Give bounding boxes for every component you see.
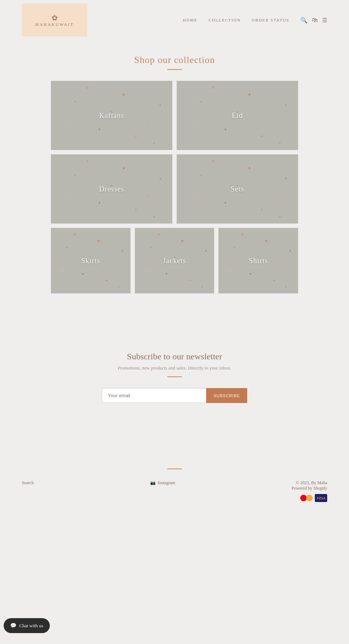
footer-right: © 2023, By Maha Powered by Shopify VISA xyxy=(292,480,327,502)
skirts-label: Skirts xyxy=(81,257,100,265)
site-header: ✿ MAHAKUWAIT HOME COLLECTION ORDER STATU… xyxy=(0,0,349,40)
collection-item-dresses[interactable]: Dresses xyxy=(51,154,172,224)
nav-collection[interactable]: COLLECTION xyxy=(208,18,241,22)
collection-item-skirts[interactable]: Skirts xyxy=(51,228,131,293)
dresses-label: Dresses xyxy=(99,185,124,193)
logo-flower-icon: ✿ xyxy=(35,13,74,22)
footer-divider xyxy=(167,469,182,469)
chat-label: Chat with us xyxy=(19,623,43,629)
main-nav: HOME COLLECTION ORDER STATUS 🔍 🛍 ☰ xyxy=(183,17,327,24)
collection-item-sets[interactable]: Sets xyxy=(177,154,298,224)
site-footer: Search 📷 Instagram © 2023, By Maha Power… xyxy=(0,461,349,513)
newsletter-section: Subscribe to our newsletter Promotions, … xyxy=(0,330,349,418)
mastercard-icon xyxy=(300,494,313,502)
newsletter-title: Subscribe to our newsletter xyxy=(7,352,342,361)
subscribe-button[interactable]: SUBSCRIBE xyxy=(206,388,247,403)
title-divider xyxy=(167,69,182,70)
grid-row-1: Kaftans Eid xyxy=(51,81,298,150)
menu-icon[interactable]: ☰ xyxy=(322,17,327,24)
search-icon[interactable]: 🔍 xyxy=(300,17,308,24)
collection-item-kaftans[interactable]: Kaftans xyxy=(51,81,172,150)
collection-item-jackets[interactable]: Jackets xyxy=(135,228,214,293)
newsletter-subtitle: Promotions, new products and sales. Dire… xyxy=(7,365,342,371)
jackets-label: Jackets xyxy=(163,257,186,265)
bag-icon[interactable]: 🛍 xyxy=(312,17,318,23)
newsletter-form: SUBSCRIBE xyxy=(102,388,247,403)
chat-icon: 💬 xyxy=(10,623,16,629)
collection-title: Shop our collection xyxy=(22,55,327,66)
sets-label: Sets xyxy=(230,185,244,193)
main-content: Shop our collection Kaftans Eid Dresses … xyxy=(0,40,349,330)
footer-social[interactable]: 📷 Instagram xyxy=(150,480,175,486)
email-input[interactable] xyxy=(102,388,206,403)
grid-row-2: Dresses Sets xyxy=(51,154,298,224)
footer-powered: Powered by Shopify xyxy=(292,486,327,491)
collection-item-shirts[interactable]: Shirts xyxy=(218,228,298,293)
kaftans-label: Kaftans xyxy=(99,111,124,120)
footer-search-link[interactable]: Search xyxy=(22,480,34,486)
newsletter-divider xyxy=(167,376,182,377)
footer-spacer xyxy=(0,418,349,461)
shirts-label: Shirts xyxy=(249,257,268,265)
eid-label: Eid xyxy=(232,111,243,120)
collection-grid: Kaftans Eid Dresses Sets Skirts xyxy=(51,81,298,293)
collection-heading: Shop our collection xyxy=(22,55,327,70)
logo[interactable]: ✿ MAHAKUWAIT xyxy=(22,4,87,36)
nav-order-status[interactable]: ORDER STATUS xyxy=(252,18,290,22)
footer-bottom: Search 📷 Instagram © 2023, By Maha Power… xyxy=(22,477,327,502)
footer-instagram-link[interactable]: Instagram xyxy=(158,480,175,486)
visa-icon: VISA xyxy=(315,494,327,502)
grid-row-3: Skirts Jackets Shirts xyxy=(51,228,298,293)
instagram-icon: 📷 xyxy=(150,480,156,486)
footer-copyright: © 2023, By Maha xyxy=(292,480,327,486)
chat-widget[interactable]: 💬 Chat with us xyxy=(4,618,50,633)
mc-right-circle xyxy=(306,495,313,501)
nav-icons: 🔍 🛍 ☰ xyxy=(300,17,327,24)
payment-icons: VISA xyxy=(292,494,327,502)
logo-text: MAHAKUWAIT xyxy=(35,22,74,27)
collection-item-eid[interactable]: Eid xyxy=(177,81,298,150)
nav-home[interactable]: HOME xyxy=(183,18,197,22)
